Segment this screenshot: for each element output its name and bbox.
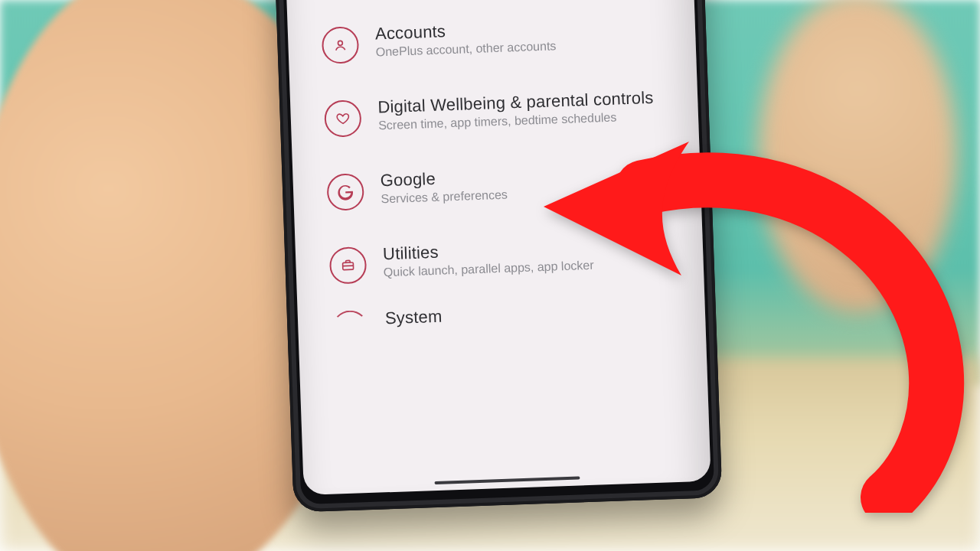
gear-icon [332,310,369,330]
google-icon [326,173,364,211]
settings-list[interactable]: Accounts OnePlus account, other accounts… [284,0,711,495]
phone-device: Accounts OnePlus account, other accounts… [273,0,723,513]
settings-item-digital-wellbeing[interactable]: Digital Wellbeing & parental controls Sc… [289,70,699,158]
settings-item-subtitle: Services & preferences [381,188,508,207]
settings-item-utilities[interactable]: Utilities Quick launch, parallel apps, a… [295,217,704,305]
user-icon [322,26,360,64]
settings-item-google[interactable]: Google Services & preferences [292,143,702,231]
hand-right [758,0,957,314]
svg-point-0 [338,41,342,45]
phone-screen[interactable]: Accounts OnePlus account, other accounts… [284,0,711,495]
settings-item-title: Google [380,167,507,191]
briefcase-icon [329,246,368,285]
heart-icon [324,99,362,138]
settings-item-title: System [385,307,443,329]
